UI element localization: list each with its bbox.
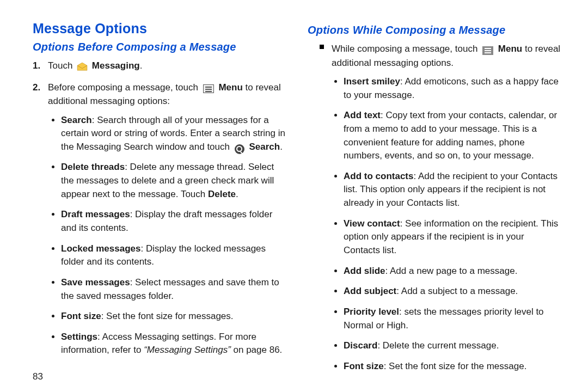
page-number: 83 (33, 371, 286, 382)
bullet-delete-threads: Delete threads: Delete any message threa… (61, 161, 286, 201)
bullet-settings: Settings: Access Messaging settings. For… (61, 330, 286, 357)
step-number-1: 1. (33, 59, 40, 73)
bullet-locked-messages: Locked messages: Display the locked mess… (61, 242, 286, 269)
menu-icon (482, 46, 493, 55)
left-column: Message Options Options Before Composing… (33, 21, 286, 387)
manual-page: Message Options Options Before Composing… (0, 0, 588, 392)
while-bullet-list: Insert smiley: Add emoticons, such as a … (326, 75, 561, 373)
section-heading-before: Options Before Composing a Message (33, 41, 286, 53)
bullet-add-slide: Add slide: Add a new page to a message. (344, 265, 561, 278)
section-heading-while: Options While Composing a Message (308, 24, 561, 36)
bullet-search: Search: Search through all of your messa… (61, 114, 286, 154)
page-title: Message Options (33, 21, 286, 36)
bullet-add-text: Add text: Copy text from your contacts, … (344, 109, 561, 163)
step-1: 1. Touch Messaging. (48, 59, 286, 73)
bullet-view-contact: View contact: See information on the rec… (344, 217, 561, 258)
bullet-add-to-contacts: Add to contacts: Add the recipient to yo… (344, 170, 561, 210)
bullet-draft-messages: Draft messages: Display the draft messag… (61, 208, 286, 235)
lead-bold: Menu (498, 44, 522, 54)
right-column: Options While Composing a Message While … (308, 21, 561, 387)
step-1-text-post: . (140, 60, 143, 71)
envelope-icon (76, 63, 88, 71)
numbered-steps: 1. Touch Messaging. 2. Before composing … (48, 59, 286, 357)
step-number-2: 2. (33, 81, 40, 95)
square-bullet-icon (320, 45, 324, 49)
menu-icon (203, 84, 214, 93)
bullet-priority-level: Priority level: sets the messages priori… (344, 305, 561, 332)
step-1-text-bold: Messaging (92, 60, 140, 71)
search-icon (235, 144, 244, 154)
step-2-text-pre: Before composing a message, touch (48, 82, 201, 93)
bullet-discard: Discard: Delete the current message. (344, 339, 561, 353)
step-2-text-bold: Menu (218, 82, 242, 93)
bullet-font-size: Font size: Set the font size for message… (61, 310, 286, 323)
before-bullet-list: Search: Search through all of your messa… (48, 114, 286, 358)
bullet-insert-smiley: Insert smiley: Add emoticons, such as a … (344, 75, 561, 102)
bullet-font-size-2: Font size: Set the font size for the mes… (344, 360, 561, 373)
step-1-text-pre: Touch (48, 60, 75, 71)
step-2: 2. Before composing a message, touch Men… (48, 81, 286, 358)
bullet-save-messages: Save messages: Select messages and save … (61, 276, 286, 303)
bullet-add-subject: Add subject: Add a subject to a message. (344, 285, 561, 298)
lead-pre: While composing a message, touch (332, 44, 480, 54)
lead-row: While composing a message, touch Menu to… (320, 42, 561, 70)
